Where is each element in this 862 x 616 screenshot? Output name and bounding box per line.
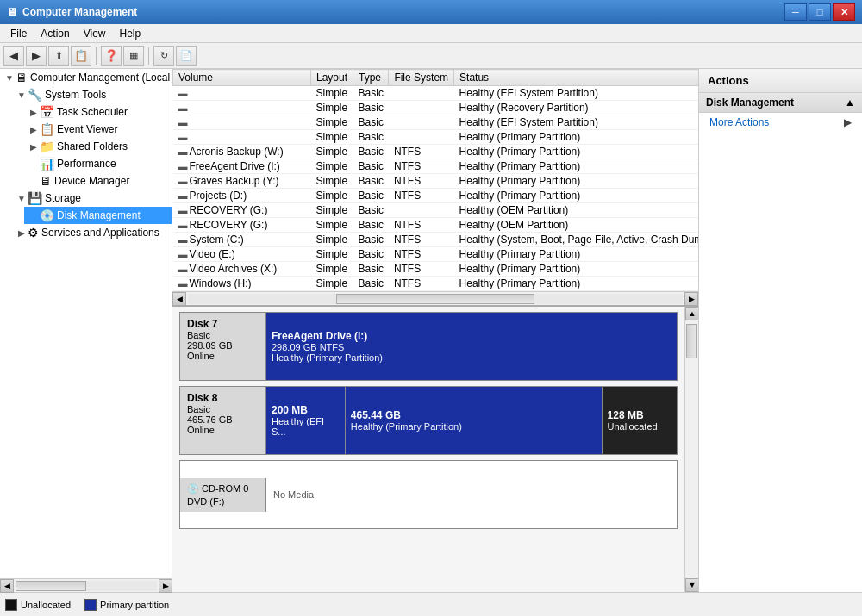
cell-type: Basic [353,189,389,203]
expand-event-viewer: ▶ [28,125,40,134]
disk-7-partitions: FreeAgent Drive (I:) 298.09 GB NTFS Heal… [266,313,677,380]
storage-label: Storage [45,192,81,204]
toolbar-btn-6[interactable]: ▦ [123,46,144,66]
cell-status: Healthy (Recovery Partition) [454,101,698,115]
tree-root[interactable]: ▼ 🖥 Computer Management (Local [0,69,172,86]
sidebar-scroll-left[interactable]: ◀ [0,579,14,593]
task-scheduler-icon: 📅 [40,105,54,119]
col-volume[interactable]: Volume [173,70,311,86]
disk-7-part-1-name: FreeAgent Drive (I:) [272,330,671,342]
disk-8-primary-status: Healthy (Primary Partition) [351,421,597,432]
table-row[interactable]: ▬ Simple Basic Healthy (Primary Partitio… [173,130,699,145]
cell-status: Healthy (Primary Partition) [454,130,698,145]
table-row[interactable]: ▬Graves Backup (Y:) Simple Basic NTFS He… [173,174,699,189]
cell-fs: NTFS [389,233,454,247]
disk-8-part-primary[interactable]: 465.44 GB Healthy (Primary Partition) [346,387,603,454]
disk-8-part-efi[interactable]: 200 MB Healthy (EFI S... [266,387,346,454]
actions-section-disk-mgmt[interactable]: Disk Management ▲ [699,93,862,113]
cell-volume: ▬Graves Backup (Y:) [173,174,311,189]
services-icon: ⚙ [28,226,39,240]
system-tools-icon: 🔧 [28,88,42,102]
col-fs[interactable]: File System [389,70,454,86]
sidebar-item-services[interactable]: ▶ ⚙ Services and Applications [12,224,172,241]
cell-fs: NTFS [389,277,454,291]
disk-8-size: 465.76 GB [187,414,259,425]
minimize-button[interactable]: ─ [784,3,807,21]
table-scroll-right[interactable]: ▶ [684,292,698,306]
cell-status: Healthy (Primary Partition) [454,189,698,203]
table-row[interactable]: ▬Video (E:) Simple Basic NTFS Healthy (P… [173,247,699,262]
sidebar: ▼ 🖥 Computer Management (Local ▼ 🔧 Syste… [0,69,172,592]
menu-view[interactable]: View [77,26,113,41]
disk-8-part-unalloc[interactable]: 128 MB Unallocated [603,387,677,454]
title-controls: ─ □ ✕ [784,3,855,21]
cell-fs: NTFS [389,145,454,159]
graph-scroll-up[interactable]: ▲ [685,307,698,320]
refresh-button[interactable]: ↻ [153,46,174,66]
expand-shared-folders: ▶ [28,142,40,152]
export-button[interactable]: 📄 [176,46,197,66]
table-row[interactable]: ▬ Simple Basic Healthy (Recovery Partiti… [173,101,699,115]
graph-scroll-track[interactable] [685,324,698,582]
forward-button[interactable]: ▶ [26,46,47,66]
cell-status: Healthy (EFI System Partition) [454,115,698,130]
graph-scroll-thumb [686,324,697,358]
table-row[interactable]: ▬Acronis Backup (W:) Simple Basic NTFS H… [173,145,699,159]
event-viewer-icon: 📋 [40,122,54,136]
cell-status: Healthy (System, Boot, Page File, Active… [454,233,698,247]
cell-fs: NTFS [389,174,454,189]
table-row[interactable]: ▬Windows (H:) Simple Basic NTFS Healthy … [173,277,699,291]
show-hide-button[interactable]: 📋 [71,46,91,66]
graph-scroll-down[interactable]: ▼ [685,578,698,592]
table-row[interactable]: ▬ Simple Basic Healthy (EFI System Parti… [173,115,699,130]
cell-fs: NTFS [389,218,454,233]
table-row[interactable]: ▬Video Archives (X:) Simple Basic NTFS H… [173,262,699,277]
back-button[interactable]: ◀ [3,46,24,66]
col-layout[interactable]: Layout [311,70,353,86]
table-scroll-left[interactable]: ◀ [172,292,186,306]
table-row[interactable]: ▬RECOVERY (G:) Simple Basic Healthy (OEM… [173,203,699,218]
disk-management-label: Disk Management [57,209,141,221]
sidebar-item-shared-folders[interactable]: ▶ 📁 Shared Folders [24,138,172,155]
table-row[interactable]: ▬Projects (D:) Simple Basic NTFS Healthy… [173,189,699,203]
sidebar-item-performance[interactable]: 📊 Performance [24,155,172,172]
menu-file[interactable]: File [3,26,34,41]
disk-8-efi-name: 200 MB [272,404,340,416]
help-button[interactable]: ❓ [101,46,122,66]
disk-8-info: Disk 8 Basic 465.76 GB Online [180,387,266,454]
sidebar-item-storage[interactable]: ▼ 💾 Storage [12,190,172,207]
cell-fs [389,115,454,130]
table-row[interactable]: ▬RECOVERY (G:) Simple Basic NTFS Healthy… [173,218,699,233]
sidebar-item-system-tools[interactable]: ▼ 🔧 System Tools [12,86,172,103]
cell-type: Basic [353,159,389,174]
expand-task-scheduler: ▶ [28,108,40,117]
cell-type: Basic [353,115,389,130]
expand-services: ▶ [16,228,28,238]
menu-help[interactable]: Help [113,26,148,41]
disk-7-info: Disk 7 Basic 298.09 GB Online [180,313,266,380]
cell-status: Healthy (Primary Partition) [454,174,698,189]
col-status[interactable]: Status [454,70,698,86]
sidebar-scroll-track[interactable] [16,581,157,591]
sidebar-item-task-scheduler[interactable]: ▶ 📅 Task Scheduler [24,103,172,121]
sidebar-item-device-manager[interactable]: 🖥 Device Manager [24,172,172,190]
table-row[interactable]: ▬ Simple Basic Healthy (EFI System Parti… [173,86,699,101]
cell-status: Healthy (Primary Partition) [454,262,698,277]
col-type[interactable]: Type [353,70,389,86]
sidebar-item-disk-management[interactable]: 💿 Disk Management [24,207,172,224]
sidebar-scroll-right[interactable]: ▶ [159,579,172,593]
close-button[interactable]: ✕ [833,3,855,21]
toolbar-sep-1 [96,47,97,65]
sidebar-item-event-viewer[interactable]: ▶ 📋 Event Viewer [24,121,172,138]
cell-layout: Simple [311,277,353,291]
cell-layout: Simple [311,218,353,233]
table-scroll-track[interactable] [188,294,683,304]
table-row[interactable]: ▬System (C:) Simple Basic NTFS Healthy (… [173,233,699,247]
table-row[interactable]: ▬FreeAgent Drive (I:) Simple Basic NTFS … [173,159,699,174]
disk-7-part-1[interactable]: FreeAgent Drive (I:) 298.09 GB NTFS Heal… [266,313,677,380]
cell-fs: NTFS [389,189,454,203]
menu-action[interactable]: Action [34,26,76,41]
up-button[interactable]: ⬆ [48,46,69,66]
maximize-button[interactable]: □ [809,3,831,21]
actions-more-actions[interactable]: More Actions ▶ [699,113,862,132]
